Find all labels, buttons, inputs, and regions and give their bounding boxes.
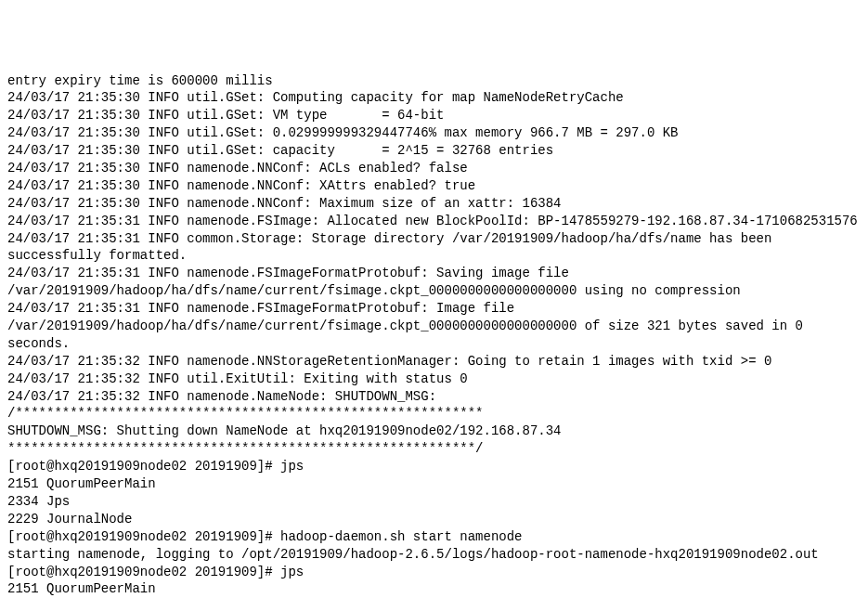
terminal-line: 24/03/17 21:35:30 INFO util.GSet: capaci… (7, 142, 861, 160)
terminal-line: [root@hxq20191909node02 20191909]# jps (7, 564, 861, 581)
terminal-line: 24/03/17 21:35:32 INFO namenode.NameNode… (7, 388, 861, 406)
terminal-line: 24/03/17 21:35:30 INFO util.GSet: Comput… (7, 89, 861, 107)
terminal-line: 24/03/17 21:35:30 INFO util.GSet: 0.0299… (7, 124, 861, 142)
terminal-line: 24/03/17 21:35:31 INFO namenode.FSImageF… (7, 300, 861, 353)
terminal-line: 24/03/17 21:35:30 INFO namenode.NNConf: … (7, 195, 861, 213)
terminal-line: 2151 QuorumPeerMain (7, 580, 861, 598)
terminal-line: entry expiry time is 600000 millis (7, 72, 861, 90)
terminal-line: 24/03/17 21:35:30 INFO util.GSet: VM typ… (7, 107, 861, 124)
terminal-line: ****************************************… (7, 440, 861, 458)
terminal-line: 2334 Jps (7, 493, 861, 511)
terminal-line: 2229 JournalNode (7, 511, 861, 528)
terminal-line: /***************************************… (7, 405, 861, 422)
terminal-line: 24/03/17 21:35:30 INFO namenode.NNConf: … (7, 177, 861, 195)
terminal-line: [root@hxq20191909node02 20191909]# jps (7, 458, 861, 475)
terminal-line: 24/03/17 21:35:31 INFO common.Storage: S… (7, 230, 861, 266)
terminal-line: 24/03/17 21:35:32 INFO namenode.NNStorag… (7, 353, 861, 370)
terminal-line: [root@hxq20191909node02 20191909]# hadoo… (7, 528, 861, 546)
terminal-line: starting namenode, logging to /opt/20191… (7, 546, 861, 564)
terminal-line: 24/03/17 21:35:32 INFO util.ExitUtil: Ex… (7, 370, 861, 388)
terminal-line: 24/03/17 21:35:31 INFO namenode.FSImageF… (7, 265, 861, 300)
terminal-output[interactable]: entry expiry time is 600000 millis24/03/… (7, 72, 861, 598)
terminal-line: 24/03/17 21:35:31 INFO namenode.FSImage:… (7, 213, 861, 230)
terminal-line: 2151 QuorumPeerMain (7, 475, 861, 493)
terminal-line: SHUTDOWN_MSG: Shutting down NameNode at … (7, 422, 861, 440)
terminal-line: 24/03/17 21:35:30 INFO namenode.NNConf: … (7, 160, 861, 177)
